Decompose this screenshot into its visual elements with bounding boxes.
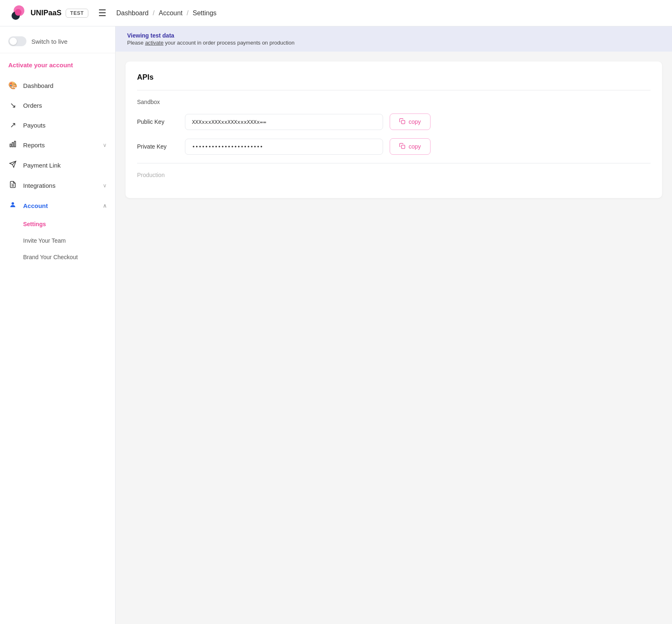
alert-body: Please activate your account in order pr… [127, 40, 660, 46]
sidebar-item-integrations[interactable]: Integrations ∨ [0, 175, 115, 196]
sidebar-item-label-orders: Orders [23, 102, 42, 109]
top-nav: UNIPaaS TEST ☰ Dashboard / Account / Set… [0, 0, 672, 26]
divider-production [137, 163, 651, 163]
public-key-value: XXXxxxXXXxxXXXxxxXXXx== [185, 114, 383, 130]
sidebar-item-account[interactable]: Account ∧ [0, 196, 115, 216]
integrations-icon [8, 181, 17, 190]
svg-point-10 [12, 202, 14, 205]
switch-live-label: Switch to live [31, 38, 68, 45]
logo-icon [10, 5, 26, 21]
activate-link[interactable]: Activate your account [8, 61, 73, 69]
alert-title: Viewing test data [127, 32, 660, 39]
breadcrumb-sep-2: / [187, 9, 188, 17]
sidebar-item-label-integrations: Integrations [23, 182, 55, 189]
sidebar-sub-item-settings[interactable]: Settings [0, 216, 115, 232]
private-key-value: •••••••••••••••••••••• [185, 139, 383, 155]
copy-private-key-label: copy [409, 143, 421, 150]
public-key-row: Public Key XXXxxxXXXxxXXXxxxXXXx== copy [137, 113, 651, 130]
private-key-row: Private Key •••••••••••••••••••••• copy [137, 138, 651, 155]
sidebar-item-payouts[interactable]: ↗ Payouts [0, 115, 115, 135]
sidebar-sub-item-invite-team[interactable]: Invite Your Team [0, 232, 115, 249]
svg-rect-5 [14, 141, 16, 147]
integrations-chevron: ∨ [103, 182, 107, 189]
breadcrumb-dashboard[interactable]: Dashboard [116, 9, 149, 17]
sidebar-item-label-payment-link: Payment Link [23, 162, 61, 169]
apis-card-title: APIs [137, 73, 651, 82]
sidebar-item-payment-link[interactable]: Payment Link [0, 155, 115, 175]
orders-icon: ↘ [8, 101, 17, 110]
copy-public-key-button[interactable]: copy [390, 113, 431, 130]
test-badge: TEST [66, 9, 88, 18]
svg-rect-3 [10, 144, 11, 147]
sidebar-item-label-dashboard: Dashboard [23, 82, 53, 89]
svg-rect-4 [12, 142, 14, 147]
settings-label: Settings [23, 221, 46, 227]
sidebar-item-label-payouts: Payouts [23, 122, 45, 129]
sidebar-item-label-reports: Reports [23, 142, 45, 149]
sidebar-item-reports[interactable]: Reports ∨ [0, 135, 115, 155]
svg-point-2 [15, 9, 21, 16]
switch-live-section: Switch to live [0, 26, 115, 53]
svg-rect-12 [402, 145, 405, 149]
sandbox-label: Sandbox [137, 99, 651, 105]
main-content: Viewing test data Please activate your a… [116, 26, 672, 624]
production-label: Production [137, 172, 651, 178]
invite-team-label: Invite Your Team [23, 237, 66, 244]
svg-rect-11 [402, 121, 405, 124]
alert-activate-link[interactable]: activate [145, 40, 163, 46]
divider-top [137, 90, 651, 90]
private-key-label: Private Key [137, 143, 178, 150]
brand-name: UNIPaaS [31, 9, 62, 17]
apis-card: APIs Sandbox Public Key XXXxxxXXXxxXXXxx… [125, 61, 662, 198]
activate-section: Activate your account [0, 53, 115, 72]
breadcrumb-settings[interactable]: Settings [193, 9, 217, 17]
sidebar-item-label-account: Account [23, 202, 48, 209]
payouts-icon: ↗ [8, 121, 17, 130]
nav-section: 🎨 Dashboard ↘ Orders ↗ Payouts Reports ∨ [0, 72, 115, 269]
sidebar-item-orders[interactable]: ↘ Orders [0, 95, 115, 115]
copy-public-key-label: copy [409, 118, 421, 125]
live-toggle[interactable] [8, 36, 26, 46]
dashboard-icon: 🎨 [8, 81, 17, 90]
breadcrumb: Dashboard / Account / Settings [116, 9, 217, 17]
copy-public-key-icon [399, 118, 405, 125]
sidebar-item-dashboard[interactable]: 🎨 Dashboard [0, 76, 115, 95]
logo-area: UNIPaaS TEST [10, 5, 88, 21]
brand-checkout-label: Brand Your Checkout [23, 254, 78, 260]
public-key-label: Public Key [137, 118, 178, 125]
alert-banner: Viewing test data Please activate your a… [116, 26, 672, 52]
account-chevron: ∧ [103, 203, 107, 209]
payment-link-icon [8, 161, 17, 170]
copy-private-key-icon [399, 143, 405, 150]
hamburger-menu[interactable]: ☰ [98, 8, 106, 19]
breadcrumb-sep-1: / [153, 9, 154, 17]
layout: Switch to live Activate your account 🎨 D… [0, 26, 672, 624]
account-icon [8, 201, 17, 210]
reports-chevron: ∨ [103, 142, 107, 148]
sidebar: Switch to live Activate your account 🎨 D… [0, 26, 116, 624]
breadcrumb-account[interactable]: Account [159, 9, 182, 17]
sidebar-sub-item-brand-checkout[interactable]: Brand Your Checkout [0, 249, 115, 265]
reports-icon [8, 140, 17, 150]
copy-private-key-button[interactable]: copy [390, 138, 431, 155]
